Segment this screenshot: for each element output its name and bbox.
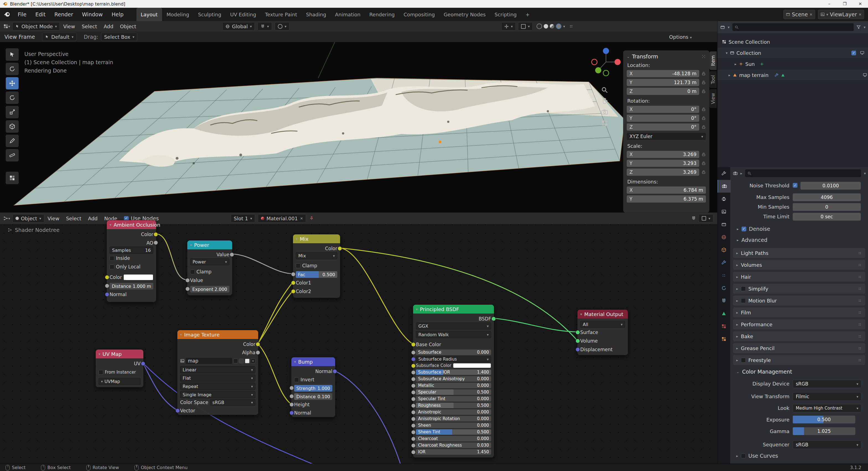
socket-out-alpha[interactable]	[256, 350, 260, 355]
min-samples-field[interactable]: 0	[793, 203, 861, 211]
socket-in[interactable]	[411, 370, 415, 375]
outliner-row-scene-collection[interactable]: Scene Collection	[717, 36, 868, 47]
lock-icon[interactable]	[702, 107, 706, 112]
socket-in-color1[interactable]	[291, 281, 296, 285]
noise-threshold-field[interactable]: 0.0100	[801, 182, 861, 190]
principled-row[interactable]: Subsurface IOR1.400	[416, 370, 491, 375]
tool-measure[interactable]	[5, 149, 19, 162]
add-workspace-button[interactable]: +	[521, 8, 534, 21]
socket-in[interactable]	[411, 404, 415, 408]
viewlayer-unlink-icon[interactable]: ✕	[859, 12, 862, 17]
shading-solid-icon[interactable]	[544, 24, 548, 29]
location-y-field[interactable]: Y121.73 m	[627, 79, 699, 86]
lock-icon[interactable]	[702, 161, 706, 165]
tool-add-cube[interactable]	[5, 171, 19, 184]
mode-dropdown[interactable]: Object Mode ▾	[12, 22, 60, 30]
image-unlink-button[interactable]: ✕	[251, 359, 255, 363]
socket-in[interactable]	[411, 390, 415, 395]
vp-menu-add[interactable]: Add	[100, 24, 117, 29]
scene-unlink-icon[interactable]: ✕	[810, 12, 813, 17]
expand-icon[interactable]: ▸	[735, 62, 737, 66]
outliner-search-input[interactable]	[733, 23, 854, 31]
section-film[interactable]: ▸Film	[733, 308, 865, 317]
tab-texture-paint[interactable]: Texture Paint	[261, 8, 302, 21]
socket-in-normal[interactable]	[105, 292, 109, 297]
pan-hand-icon[interactable]	[601, 97, 608, 104]
shading-settings-icon[interactable]	[569, 24, 573, 29]
ptab-texture[interactable]	[717, 333, 730, 345]
tab-rendering[interactable]: Rendering	[365, 8, 399, 21]
section-motion-blur[interactable]: ▸Motion Blur	[733, 295, 865, 306]
bump-strength-slider[interactable]: Strength1.000	[294, 385, 332, 391]
principled-row[interactable]: Anisotropic0.000	[416, 409, 491, 415]
mix-blend-dropdown[interactable]: Mix▾	[296, 252, 337, 259]
ao-color-swatch[interactable]	[123, 274, 153, 280]
socket-in[interactable]	[411, 397, 415, 401]
sidebar-tab-item[interactable]: Item	[709, 52, 717, 70]
ptab-tool[interactable]	[717, 167, 730, 180]
scale-z-field[interactable]: Z3.269	[627, 168, 699, 176]
menu-help[interactable]: Help	[107, 10, 128, 19]
denoise-subpanel[interactable]: ▸ ✓ Denoise	[737, 226, 770, 232]
tab-compositing[interactable]: Compositing	[399, 8, 439, 21]
sequencer-dropdown[interactable]: sRGB▾	[793, 441, 861, 449]
properties-filter-icon[interactable]: ▾	[864, 171, 866, 176]
socket-in-distance[interactable]	[105, 284, 109, 288]
section-color-management[interactable]: ⌄ Color Management	[736, 369, 792, 375]
panel-drag-dots-icon[interactable]: ⁙	[702, 54, 706, 60]
tab-animation[interactable]: Animation	[331, 8, 365, 21]
blender-app-icon[interactable]	[4, 11, 10, 18]
principled-row[interactable]: Subsurface Radius▾	[416, 356, 491, 362]
section-grease-pencil[interactable]: ▸Grease Pencil	[733, 343, 865, 353]
node-math-power[interactable]: ▾Power Value Power▾ Clamp Value Exponent…	[187, 240, 232, 295]
bump-distance-slider[interactable]: Distance0.100	[294, 393, 332, 400]
socket-in-displacement[interactable]	[576, 347, 580, 352]
socket-in[interactable]	[411, 357, 415, 362]
gizmos-toggle[interactable]: ▾	[501, 22, 516, 30]
location-z-field[interactable]: Z0 m	[627, 88, 699, 95]
tab-geometry-nodes[interactable]: Geometry Nodes	[439, 8, 490, 21]
uv-from-instancer-checkbox[interactable]: From Instancer	[98, 369, 141, 375]
section-light-paths[interactable]: ▸Light Paths	[733, 248, 865, 258]
node-image-texture[interactable]: ▾Image Texture Color Alpha map ✕ Linear▾…	[177, 330, 258, 415]
outliner-filter-icon[interactable]	[857, 25, 861, 29]
time-limit-field[interactable]: 0 sec	[793, 213, 861, 221]
socket-in-fac[interactable]	[291, 272, 296, 277]
socket-out-bsdf[interactable]	[491, 317, 496, 321]
location-x-field[interactable]: X-48.128 m	[627, 70, 699, 77]
socket-in[interactable]	[411, 423, 415, 428]
socket-in[interactable]	[411, 430, 415, 435]
tool-3d-cursor[interactable]	[5, 63, 19, 75]
maximize-button[interactable]: ❐	[837, 0, 852, 8]
viewlayer-selector[interactable]: ▾ ViewLayer ✕	[818, 10, 864, 19]
socket-in-strength[interactable]	[289, 386, 294, 390]
minimize-button[interactable]: –	[822, 0, 837, 8]
image-fake-user-button[interactable]	[233, 359, 238, 363]
socket-out-uv[interactable]	[141, 362, 145, 366]
socket-in-distance[interactable]	[289, 394, 294, 399]
ptab-modifiers[interactable]	[717, 256, 730, 269]
principled-row[interactable]: Roughness0.500	[416, 403, 491, 408]
image-source-dropdown[interactable]: Single Image▾	[180, 391, 255, 398]
outliner-row-terrain[interactable]: ▸ map terrain	[717, 70, 868, 80]
tab-layout[interactable]: Layout	[136, 8, 162, 21]
principled-sss-color-swatch[interactable]	[453, 363, 491, 368]
tool-transform[interactable]	[5, 120, 19, 133]
ptab-scene[interactable]	[717, 218, 730, 231]
vp-menu-object[interactable]: Object	[117, 24, 140, 29]
shading-rendered-icon[interactable]	[556, 24, 561, 29]
image-extension-dropdown[interactable]: Repeat▾	[180, 383, 255, 390]
principled-row[interactable]: Clearcoat Roughness0.030	[416, 442, 491, 448]
section-hair[interactable]: ▸Hair	[733, 272, 865, 282]
section-freestyle[interactable]: ▸Freestyle	[733, 355, 865, 365]
math-operation-dropdown[interactable]: Power▾	[190, 258, 229, 265]
shading-material-icon[interactable]	[550, 24, 554, 29]
mix-clamp-checkbox[interactable]: Clamp	[296, 262, 337, 269]
lock-icon[interactable]	[702, 80, 706, 85]
display-device-dropdown[interactable]: sRGB▾	[793, 380, 861, 388]
outliner-row-sun[interactable]: ▸ Sun	[717, 59, 868, 69]
section-bake[interactable]: ▸Bake	[733, 331, 865, 341]
socket-out-ao[interactable]	[154, 241, 158, 245]
mix-fac-slider[interactable]: Fac0.500	[296, 271, 337, 278]
socket-in[interactable]	[411, 410, 415, 414]
